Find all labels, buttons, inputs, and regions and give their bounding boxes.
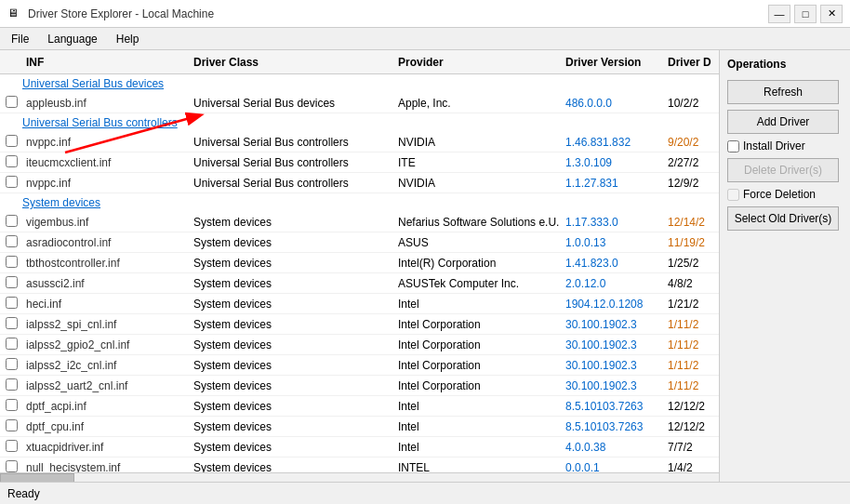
install-driver-checkbox[interactable] [727,140,739,153]
table-row[interactable]: vigembus.infSystem devicesNefarius Softw… [0,212,719,232]
cell-class: System devices [190,277,394,290]
cell-class: System devices [190,298,394,311]
table-row[interactable]: nvppc.infUniversal Serial Bus controller… [0,132,719,153]
cell-provider: Nefarius Software Solutions e.U. [394,216,562,229]
status-bar: Ready [0,482,850,504]
close-button[interactable]: ✕ [820,5,843,23]
delete-drivers-button[interactable]: Delete Driver(s) [727,158,839,182]
header-class[interactable]: Driver Class [190,56,394,69]
horizontal-scrollbar[interactable] [0,472,719,482]
cell-version: 8.5.10103.7263 [562,420,664,433]
cell-provider: Intel Corporation [394,338,562,351]
cell-class: Universal Serial Bus controllers [190,156,394,169]
table-row[interactable]: ialpss2_spi_cnl.infSystem devicesIntel C… [0,314,719,335]
row-checkbox-2-8[interactable] [6,378,18,391]
select-old-drivers-button[interactable]: Select Old Driver(s) [727,206,839,231]
add-driver-button[interactable]: Add Driver [727,110,839,134]
cell-date: 1/11/2 [664,379,719,392]
cell-inf: iteucmcxclient.inf [22,156,190,169]
cell-inf: appleusb.inf [22,97,190,110]
cell-date: 1/21/2 [664,298,719,311]
cell-provider: Apple, Inc. [394,97,562,110]
cell-class: System devices [190,216,394,229]
table-row[interactable]: ialpss2_gpio2_cnl.infSystem devicesIntel… [0,335,719,355]
cell-inf: tbthostcontroller.inf [22,257,190,270]
row-checkbox-2-11[interactable] [6,440,18,452]
cell-version: 30.100.1902.3 [562,359,664,372]
table-row[interactable]: ialpss2_uart2_cnl.infSystem devicesIntel… [0,376,719,396]
table-row[interactable]: null_hecisystem.infSystem devicesINTEL0.… [0,458,719,472]
cell-inf: ialpss2_uart2_cnl.inf [22,379,190,392]
header-inf[interactable]: INF [22,56,190,69]
row-checkbox-2-2[interactable] [6,256,18,268]
menu-help[interactable]: Help [109,31,147,47]
cell-inf: ialpss2_gpio2_cnl.inf [22,338,190,351]
table-row[interactable]: dptf_acpi.infSystem devicesIntel8.5.1010… [0,396,719,417]
row-checkbox-2-9[interactable] [6,399,18,411]
header-date[interactable]: Driver D [664,56,720,69]
menu-file[interactable]: File [4,31,36,47]
cell-class: System devices [190,441,394,454]
table-row[interactable]: heci.infSystem devicesIntel1904.12.0.120… [0,294,719,314]
cell-date: 1/25/2 [664,257,719,270]
cell-date: 2/27/2 [664,156,719,169]
group-header-1[interactable]: Universal Serial Bus controllers [0,113,719,132]
header-provider[interactable]: Provider [394,56,562,69]
status-text: Ready [7,487,40,500]
cell-inf: dptf_acpi.inf [22,400,190,413]
row-checkbox-1-1[interactable] [6,155,18,167]
cell-provider: Intel [394,420,562,433]
cell-provider: Intel Corporation [394,359,562,372]
install-driver-label: Install Driver [743,139,805,153]
table-row[interactable]: asussci2.infSystem devicesASUSTek Comput… [0,273,719,294]
cell-class: System devices [190,236,394,249]
table-area: INF Driver Class Provider Driver Version… [0,50,720,482]
cell-date: 12/12/2 [664,400,719,413]
cell-provider: ITE [394,156,562,169]
row-checkbox-2-4[interactable] [6,297,18,309]
force-deletion-checkbox[interactable] [727,189,739,201]
row-checkbox-2-12[interactable] [6,460,18,472]
maximize-button[interactable]: □ [794,5,817,23]
refresh-button[interactable]: Refresh [727,80,839,104]
cell-date: 1/11/2 [664,359,719,372]
row-checkbox-2-7[interactable] [6,358,18,370]
table-row[interactable]: dptf_cpu.infSystem devicesIntel8.5.10103… [0,417,719,437]
cell-inf: null_hecisystem.inf [22,461,190,473]
cell-inf: xtuacpidriver.inf [22,441,190,454]
scrollbar-thumb[interactable] [0,473,74,482]
cell-class: System devices [190,338,394,351]
cell-provider: Intel [394,298,562,311]
table-row[interactable]: ialpss2_i2c_cnl.infSystem devicesIntel C… [0,355,719,376]
row-checkbox-2-6[interactable] [6,338,18,350]
cell-inf: asussci2.inf [22,277,190,290]
table-row[interactable]: iteucmcxclient.infUniversal Serial Bus c… [0,153,719,173]
menu-bar: File Language Help [0,28,850,50]
minimize-button[interactable]: — [768,5,790,23]
row-checkbox-1-2[interactable] [6,176,18,188]
group-header-2[interactable]: System devices [0,193,719,212]
table-row[interactable]: appleusb.infUniversal Serial Bus devices… [0,93,719,113]
table-row[interactable]: nvppc.infUniversal Serial Bus controller… [0,173,719,193]
cell-date: 12/12/2 [664,420,719,433]
group-header-0[interactable]: Universal Serial Bus devices [0,74,719,93]
table-row[interactable]: asradiocontrol.infSystem devicesASUS1.0.… [0,232,719,253]
cell-provider: ASUS [394,236,562,249]
row-checkbox-1-0[interactable] [6,135,18,147]
cell-version: 1.1.27.831 [562,177,664,190]
header-version[interactable]: Driver Version [562,56,664,69]
cell-date: 11/19/2 [664,236,719,249]
row-checkbox-2-3[interactable] [6,276,18,288]
row-checkbox-2-10[interactable] [6,419,18,431]
cell-version: 30.100.1902.3 [562,338,664,351]
operations-title: Operations [727,58,843,71]
table-row[interactable]: tbthostcontroller.infSystem devicesIntel… [0,253,719,273]
row-checkbox-0-0[interactable] [6,96,18,108]
cell-inf: nvppc.inf [22,136,190,149]
row-checkbox-2-0[interactable] [6,215,18,227]
row-checkbox-2-5[interactable] [6,317,18,329]
row-checkbox-2-1[interactable] [6,235,18,247]
table-body: Universal Serial Bus devicesappleusb.inf… [0,74,719,472]
table-row[interactable]: xtuacpidriver.infSystem devicesIntel4.0.… [0,437,719,458]
menu-language[interactable]: Language [40,31,104,47]
